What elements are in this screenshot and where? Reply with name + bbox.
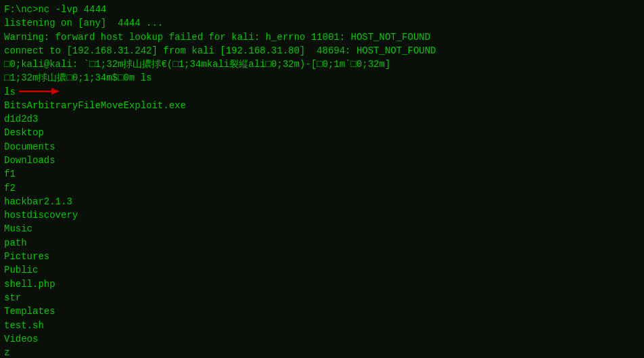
terminal-line-9: d1d2d3 <box>4 112 640 126</box>
terminal-line-21: shell.php <box>4 277 640 291</box>
terminal-line-1: F:\nc>nc -lvp 4444 <box>4 3 640 16</box>
terminal-line-ls: ls <box>4 85 640 99</box>
terminal-line-5: □0;kali@kali: `□1;32m捄山擃捄€(□1;34mkali裂縦a… <box>4 58 640 71</box>
terminal-line-22: str <box>4 291 640 305</box>
terminal-line-12: Downloads <box>4 154 640 167</box>
terminal-line-3: Warning: forward host lookup failed for … <box>4 30 640 44</box>
terminal-line-14: f2 <box>4 181 640 195</box>
terminal-line-25: Videos <box>4 332 640 346</box>
terminal-line-2: listening on [any] 4444 ... <box>4 16 640 30</box>
terminal-line-20: Public <box>4 263 640 277</box>
terminal-line-17: Music <box>4 222 640 236</box>
terminal-line-8: BitsArbitraryFileMoveExploit.exe <box>4 99 640 112</box>
terminal-line-24: test.sh <box>4 319 640 332</box>
terminal-line-6: □1;32m捄山擃□0;1;34m$□0m ls <box>4 71 640 85</box>
ls-command-text: ls <box>4 85 16 99</box>
terminal-line-23: Templates <box>4 305 640 318</box>
red-arrow-icon <box>19 86 60 97</box>
terminal-line-26: z <box>4 346 640 358</box>
terminal-line-13: f1 <box>4 167 640 181</box>
terminal-line-10: Desktop <box>4 126 640 139</box>
terminal-line-18: path <box>4 236 640 250</box>
terminal-window[interactable]: F:\nc>nc -lvp 4444 listening on [any] 44… <box>0 0 644 358</box>
terminal-line-15: hackbar2.1.3 <box>4 195 640 208</box>
terminal-line-4: connect to [192.168.31.242] from kali [1… <box>4 44 640 58</box>
terminal-line-16: hostdiscovery <box>4 208 640 222</box>
svg-marker-1 <box>51 88 60 95</box>
terminal-line-19: Pictures <box>4 250 640 263</box>
terminal-line-11: Documents <box>4 140 640 154</box>
